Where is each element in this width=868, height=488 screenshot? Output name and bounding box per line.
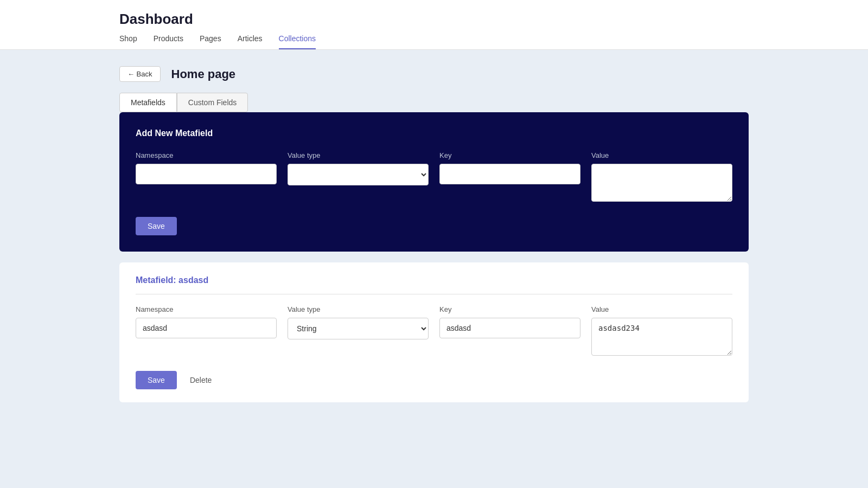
- value-label: Value: [591, 151, 732, 159]
- value-textarea[interactable]: [591, 164, 732, 202]
- main-content: ← Back Home page Metafields Custom Field…: [0, 50, 868, 419]
- namespace-field-group: Namespace: [136, 151, 277, 204]
- existing-metafield-section: Metafield: asdasd Namespace Value type S…: [119, 262, 749, 402]
- existing-key-label: Key: [439, 305, 580, 313]
- add-metafield-section: Add New Metafield Namespace Value type S…: [119, 112, 749, 252]
- add-save-button[interactable]: Save: [136, 217, 177, 235]
- tab-custom-fields[interactable]: Custom Fields: [177, 93, 248, 112]
- nav-pages[interactable]: Pages: [200, 34, 221, 49]
- nav-products[interactable]: Products: [154, 34, 183, 49]
- value-field-group: Value: [591, 151, 732, 204]
- existing-fields-row: Namespace Value type String Integer JSON…: [136, 305, 732, 358]
- header: Dashboard Shop Products Pages Articles C…: [0, 0, 868, 50]
- existing-value-type-label: Value type: [288, 305, 429, 313]
- metafield-title: Metafield: asdasd: [136, 275, 732, 285]
- key-label: Key: [439, 151, 580, 159]
- add-metafield-title: Add New Metafield: [136, 129, 732, 138]
- value-type-field-group: Value type String Integer JSON string Bo…: [288, 151, 429, 204]
- value-type-label: Value type: [288, 151, 429, 159]
- namespace-label: Namespace: [136, 151, 277, 159]
- existing-namespace-input[interactable]: [136, 318, 277, 338]
- existing-action-row: Save Delete: [136, 371, 732, 389]
- existing-value-label: Value: [591, 305, 732, 313]
- existing-value-type-select[interactable]: String Integer JSON string Boolean: [288, 318, 429, 339]
- add-fields-row: Namespace Value type String Integer JSON…: [136, 151, 732, 204]
- existing-key-input[interactable]: [439, 318, 580, 338]
- existing-namespace-label: Namespace: [136, 305, 277, 313]
- namespace-input[interactable]: [136, 164, 277, 184]
- key-field-group: Key: [439, 151, 580, 204]
- value-type-select[interactable]: String Integer JSON string Boolean: [288, 164, 429, 185]
- nav-shop[interactable]: Shop: [119, 34, 137, 49]
- existing-value-type-field-group: Value type String Integer JSON string Bo…: [288, 305, 429, 358]
- page-header: ← Back Home page: [119, 66, 749, 82]
- existing-key-field-group: Key: [439, 305, 580, 358]
- existing-save-button[interactable]: Save: [136, 371, 177, 389]
- existing-namespace-field-group: Namespace: [136, 305, 277, 358]
- existing-value-textarea[interactable]: asdasd234: [591, 318, 732, 356]
- back-button[interactable]: ← Back: [119, 66, 161, 82]
- nav-articles[interactable]: Articles: [238, 34, 263, 49]
- existing-value-field-group: Value asdasd234: [591, 305, 732, 358]
- key-input[interactable]: [439, 164, 580, 184]
- existing-delete-button[interactable]: Delete: [188, 371, 214, 389]
- nav-collections[interactable]: Collections: [279, 34, 316, 49]
- divider: [136, 294, 732, 294]
- tab-bar: Metafields Custom Fields: [119, 93, 749, 112]
- main-nav: Shop Products Pages Articles Collections: [0, 34, 868, 49]
- dashboard-title: Dashboard: [0, 11, 868, 34]
- tab-metafields[interactable]: Metafields: [119, 93, 177, 112]
- page-title: Home page: [171, 67, 236, 81]
